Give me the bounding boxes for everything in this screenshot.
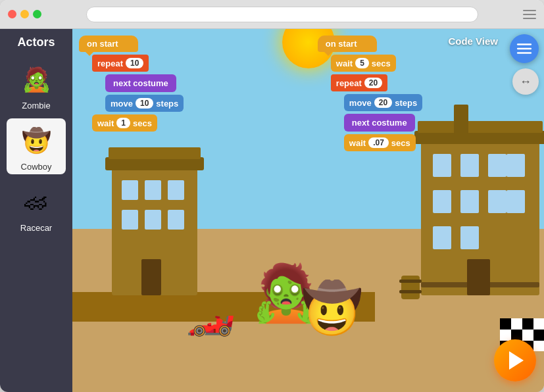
- move-value[interactable]: 10: [136, 98, 153, 109]
- traffic-lights: [8, 10, 41, 18]
- wait2-value[interactable]: .07: [368, 137, 389, 148]
- main-content: Actors 🧟 Zombie 🤠 Cowboy 🏎 Racecar: [0, 29, 544, 392]
- url-bar[interactable]: [86, 7, 478, 22]
- move-unit: steps: [156, 99, 178, 109]
- close-button[interactable]: [8, 10, 16, 18]
- move2-value[interactable]: 20: [374, 97, 392, 108]
- titlebar: [0, 0, 544, 29]
- cowboy-label: Cowboy: [21, 162, 52, 172]
- right-hat-block[interactable]: on start: [318, 36, 377, 52]
- right-wait1-block[interactable]: wait 5 secs: [331, 55, 396, 72]
- move-label: move: [111, 99, 133, 109]
- move2-label: move: [349, 98, 372, 108]
- left-wait-block[interactable]: wait 1 secs: [92, 114, 157, 132]
- game-area: 🧟 🤠 🏎️ on start repeat 10 next: [72, 29, 544, 392]
- wait-label: wait: [97, 118, 114, 128]
- wait1-unit: secs: [372, 59, 391, 68]
- left-on-start-group: on start repeat 10 next costume move 10 …: [79, 36, 184, 132]
- code-view-label: Code View: [448, 36, 498, 47]
- actor-racecar[interactable]: 🏎 Racecar: [7, 180, 66, 235]
- right-wait2-block[interactable]: wait .07 secs: [344, 134, 416, 151]
- right-next-costume-block[interactable]: next costume: [344, 114, 415, 132]
- play-triangle-icon: [509, 351, 524, 370]
- left-move-block[interactable]: move 10 steps: [105, 95, 184, 112]
- zombie-label: Zombie: [22, 101, 50, 110]
- cowboy-sprite: 🤠: [16, 121, 56, 160]
- menu-line: [523, 18, 536, 19]
- wait2-unit: secs: [391, 138, 410, 148]
- swap-view-button[interactable]: ↔: [512, 68, 539, 95]
- wait2-label: wait: [349, 138, 366, 148]
- app-window: Actors 🧟 Zombie 🤠 Cowboy 🏎 Racecar: [0, 0, 544, 392]
- left-blocks-indent: repeat 10 next costume move 10 steps: [92, 55, 184, 132]
- minimize-button[interactable]: [20, 10, 29, 18]
- repeat-label: repeat: [97, 59, 123, 68]
- left-next-costume-block[interactable]: next costume: [105, 74, 176, 92]
- left-hat-block[interactable]: on start: [79, 36, 138, 52]
- racecar-sprite: 🏎: [16, 182, 56, 222]
- maximize-button[interactable]: [33, 10, 41, 18]
- right-repeat-block[interactable]: repeat 20: [331, 74, 387, 91]
- actor-zombie[interactable]: 🧟 Zombie: [7, 57, 66, 113]
- wait-value[interactable]: 1: [116, 118, 130, 128]
- actor-cowboy[interactable]: 🤠 Cowboy: [7, 118, 66, 174]
- repeat-value[interactable]: 10: [126, 58, 143, 68]
- menu-line: [523, 10, 536, 11]
- menu-line: [523, 14, 536, 15]
- right-on-start-group: on start wait 5 secs repeat 20: [318, 36, 422, 151]
- actors-title: Actors: [17, 36, 55, 49]
- zombie-sprite: 🧟: [16, 60, 56, 99]
- racecar-label: Racecar: [20, 223, 52, 233]
- wait1-value[interactable]: 5: [355, 58, 369, 68]
- menu-icon[interactable]: [523, 10, 536, 19]
- left-repeat-block[interactable]: repeat 10: [92, 55, 149, 72]
- right-code-area: on start wait 5 secs repeat 20: [318, 36, 422, 155]
- right-blocks-indent: wait 5 secs repeat 20 move 20: [331, 55, 422, 151]
- toggle-view-button[interactable]: [510, 34, 539, 63]
- move2-unit: steps: [395, 98, 417, 108]
- actors-sidebar: Actors 🧟 Zombie 🤠 Cowboy 🏎 Racecar: [0, 29, 72, 392]
- right-move-block[interactable]: move 20 steps: [344, 94, 422, 111]
- play-button[interactable]: [494, 339, 536, 381]
- wait-unit: secs: [133, 118, 152, 128]
- wait1-label: wait: [336, 59, 353, 68]
- left-code-area: on start repeat 10 next costume move 10 …: [79, 36, 184, 135]
- repeat2-value[interactable]: 20: [364, 78, 382, 88]
- swap-icon: ↔: [520, 75, 532, 89]
- repeat2-label: repeat: [336, 78, 362, 88]
